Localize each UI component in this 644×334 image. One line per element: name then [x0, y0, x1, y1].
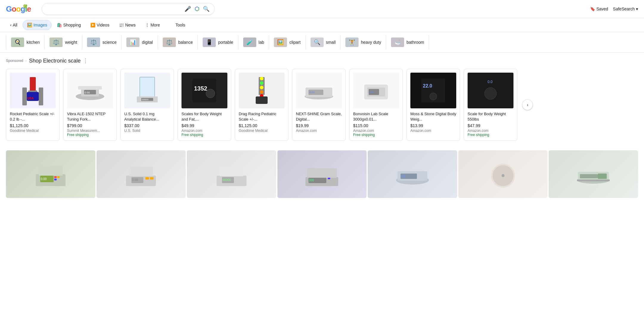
svg-rect-25: [256, 96, 268, 104]
nav-images-label: Images: [33, 23, 47, 27]
product-price-3: $49.99: [181, 123, 227, 128]
grid-item-5[interactable]: 000: [368, 150, 457, 198]
filter-chip-heavy-duty[interactable]: 🏋️ heavy duty: [341, 35, 386, 49]
heavy-duty-thumb: 🏋️: [345, 38, 359, 47]
images-icon: 🖼️: [27, 23, 32, 27]
product-seller-3: Amazon.com: [181, 129, 227, 133]
product-seller-6: Amazon.com: [353, 129, 399, 133]
nav-item-shopping[interactable]: 🛍️ Shopping: [53, 20, 85, 30]
sponsored-title: Shop Electronic scale: [29, 58, 80, 64]
svg-point-23: [260, 90, 263, 94]
filter-chip-small[interactable]: 🔍 small: [306, 35, 341, 49]
svg-text:00000: 00000: [223, 178, 231, 182]
products-next-button[interactable]: ›: [522, 99, 533, 110]
nav-item-images[interactable]: 🖼️ Images: [23, 20, 52, 30]
tools-button[interactable]: Tools: [171, 20, 190, 30]
svg-rect-0: [30, 77, 36, 92]
video-icon: ▶️: [90, 23, 95, 27]
product-card-8[interactable]: 0.0 Scale for Body Weight 550lbs $47.99 …: [464, 69, 517, 141]
product-card-4[interactable]: Drag Racing Pediatric Scale +/-... $1,12…: [235, 69, 288, 141]
svg-rect-8: [78, 86, 102, 90]
filter-weight-label: weight: [65, 40, 77, 45]
product-name-5: NEXT-SHINE Gram Scale, Digital...: [296, 111, 342, 122]
product-name-3: Scales for Body Weight and Fat,...: [181, 111, 227, 122]
product-shipping-1: Free shipping: [67, 133, 113, 137]
small-thumb: 🔍: [311, 38, 324, 47]
product-image-1: 0.00: [67, 73, 113, 108]
filter-chip-science[interactable]: ⚖️ science: [82, 35, 122, 49]
svg-rect-55: [220, 167, 243, 176]
logo-g: G: [6, 4, 12, 14]
svg-point-18: [206, 89, 215, 98]
filter-chip-lab[interactable]: 🧪 lab: [238, 35, 269, 49]
news-icon: 📰: [119, 23, 124, 27]
grid-item-4[interactable]: 000: [277, 150, 367, 198]
back-arrow-icon: ‹: [10, 23, 12, 27]
safesearch-button[interactable]: SafeSearch ▾: [613, 7, 638, 11]
product-image-2: 00000: [124, 73, 170, 108]
nav-item-videos[interactable]: ▶️ Videos: [86, 20, 114, 30]
product-price-0: $1,125.00: [10, 123, 56, 128]
google-lens-icon[interactable]: ⬡: [195, 6, 199, 12]
filter-bathroom-label: bathroom: [406, 40, 424, 45]
grid-item-7[interactable]: [549, 150, 638, 198]
weight-thumb: ⚖️: [49, 38, 63, 47]
search-input[interactable]: Electronic scale: [47, 6, 181, 12]
nav-more-label: More: [150, 23, 160, 27]
filter-chip-bathroom[interactable]: 🛁 bathroom: [386, 35, 429, 49]
kitchen-thumb: 🍳: [11, 38, 24, 47]
svg-point-22: [260, 86, 263, 89]
svg-text:1352: 1352: [194, 85, 207, 92]
product-seller-0: Goodtime Medical: [10, 129, 56, 133]
product-price-4: $1,125.00: [239, 123, 285, 128]
product-card-3[interactable]: 1352 Scales for Body Weight and Fat,... …: [178, 69, 231, 141]
filter-chip-balance[interactable]: ⚖️ balance: [158, 35, 198, 49]
logo-o2: o: [16, 4, 21, 14]
grid-item-2[interactable]: 0.00: [97, 150, 186, 198]
svg-point-37: [430, 93, 437, 100]
svg-point-21: [260, 81, 263, 85]
nav-back[interactable]: ‹ All: [6, 20, 21, 30]
product-price-6: $115.00: [353, 123, 399, 128]
product-name-8: Scale for Body Weight 550lbs: [468, 111, 513, 122]
product-seller-7: Amazon.com: [410, 129, 456, 133]
grid-thumb-7: [549, 150, 638, 198]
product-card-2[interactable]: 00000 U.S. Solid 0.1 mg Analytical Balan…: [120, 69, 174, 141]
product-card-7[interactable]: 22.0 Moss & Stone Digital Body Weig... $…: [406, 69, 460, 141]
product-card-0[interactable]: USA Rocket Pediatric Scale +/- 0.2 lb -.…: [6, 69, 60, 141]
product-card-1[interactable]: 0.00 Vibra ALE-1502 NTEP Tuning Fork... …: [63, 69, 117, 141]
svg-rect-62: [328, 178, 330, 179]
grid-item-1[interactable]: 0.00: [6, 150, 95, 198]
grid-item-3[interactable]: 00000: [187, 150, 276, 198]
svg-text:0.00: 0.00: [132, 178, 138, 182]
nav-shopping-label: Shopping: [63, 23, 81, 27]
svg-text:0.00: 0.00: [369, 91, 374, 93]
svg-rect-52: [145, 177, 149, 180]
svg-text:0.0: 0.0: [488, 80, 493, 84]
saved-button[interactable]: 🔖 Saved: [590, 7, 608, 11]
microphone-icon[interactable]: 🎤: [184, 6, 191, 12]
filter-chip-kitchen[interactable]: 🍳 kitchen: [6, 35, 45, 49]
grid-item-6[interactable]: [458, 150, 548, 198]
svg-text:000: 000: [401, 175, 406, 178]
product-card-6[interactable]: 0.00 Bonvoisin Lab Scale 3000gx0.01... $…: [349, 69, 403, 141]
filter-clipart-label: clipart: [289, 40, 300, 45]
nav-item-news[interactable]: 📰 News: [115, 20, 140, 30]
bookmark-icon: 🔖: [590, 7, 595, 11]
search-button[interactable]: 🔍: [203, 6, 210, 12]
product-name-2: U.S. Solid 0.1 mg Analytical Balance...: [124, 111, 170, 122]
svg-rect-11: [140, 77, 155, 98]
svg-rect-46: [57, 176, 60, 178]
svg-point-20: [260, 77, 263, 80]
filter-chip-weight[interactable]: ⚖️ weight: [45, 35, 82, 49]
svg-point-39: [485, 88, 496, 99]
nav-item-more[interactable]: ⋮ More: [141, 20, 164, 30]
svg-text:000: 000: [309, 179, 314, 182]
filter-chip-portable[interactable]: 📱 portable: [198, 35, 238, 49]
sponsored-menu-icon[interactable]: ⋮: [83, 57, 88, 64]
chevron-right-icon: ›: [527, 102, 528, 107]
grid-thumb-3: 00000: [187, 150, 276, 198]
filter-chip-clipart[interactable]: 🖼️ clipart: [269, 35, 305, 49]
filter-chip-digital[interactable]: 📊 digital: [122, 35, 158, 49]
product-card-5[interactable]: 0.00 NEXT-SHINE Gram Scale, Digital... $…: [292, 69, 346, 141]
